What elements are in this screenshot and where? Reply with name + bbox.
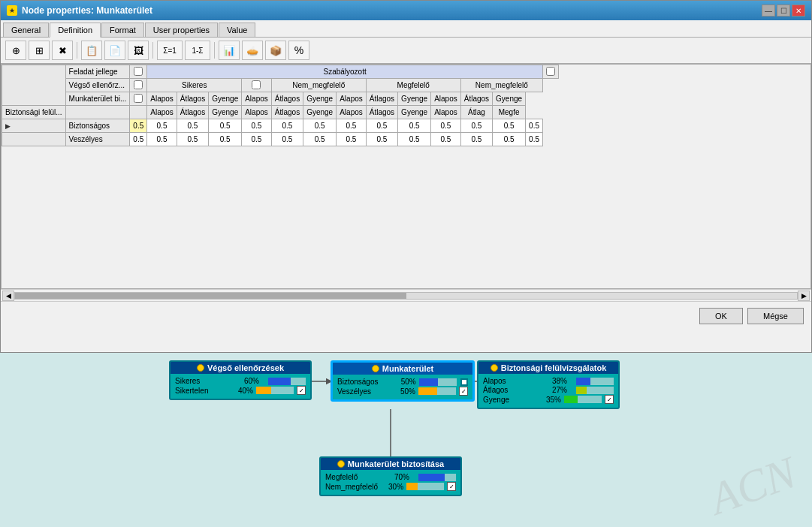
- maximize-button[interactable]: ☐: [777, 5, 790, 17]
- col-megfe-b: Megfe: [493, 106, 526, 119]
- cell-b4[interactable]: 0.5: [242, 119, 272, 133]
- sum1-button[interactable]: Σ=1: [157, 41, 183, 60]
- sep3: [214, 42, 215, 59]
- scroll-left[interactable]: ◀: [2, 291, 14, 301]
- cell-v0[interactable]: 0.5: [130, 133, 147, 146]
- cell-v10[interactable]: 0.5: [431, 133, 461, 146]
- delete-button[interactable]: ✖: [52, 41, 73, 60]
- col-gyenge-b2: Gyenge: [303, 106, 337, 119]
- tab-definition[interactable]: Definition: [50, 23, 101, 38]
- col-megfelelo1: Megfelelő: [366, 79, 460, 92]
- bar-alapos: [576, 378, 590, 385]
- grid-button[interactable]: ⊞: [29, 41, 50, 60]
- bar-sikeres: [268, 378, 291, 385]
- cell-b3[interactable]: 0.5: [209, 119, 242, 133]
- minimize-button[interactable]: —: [762, 5, 775, 17]
- cell-v13[interactable]: 0.5: [526, 133, 543, 146]
- ok-button[interactable]: OK: [699, 308, 743, 324]
- biztonsagi-checkbox[interactable]: ✓: [605, 395, 614, 404]
- diagram-canvas: Végső ellenőrzések Sikeres 60% Sikertele…: [0, 353, 812, 527]
- col-alapos-b2: Alapos: [242, 106, 272, 119]
- cell-v6[interactable]: 0.5: [303, 133, 337, 146]
- cell-b11[interactable]: 0.5: [460, 119, 492, 133]
- col-alapos-b1: Alapos: [147, 106, 177, 119]
- tab-format[interactable]: Format: [101, 23, 144, 37]
- col-gyenge3: Gyenge: [398, 92, 431, 106]
- cell-b1[interactable]: 0.5: [147, 119, 177, 133]
- scroll-right[interactable]: ▶: [798, 291, 810, 301]
- node-biztonsagi-dot: [491, 364, 498, 372]
- col-atlagos4: Átlagos: [460, 92, 492, 106]
- scrollbar-track[interactable]: [14, 292, 798, 300]
- cell-v2[interactable]: 0.5: [177, 133, 208, 146]
- sikeres-check2[interactable]: [252, 80, 261, 89]
- node-munkaterulet-dot: [372, 365, 379, 372]
- cancel-button[interactable]: Mégse: [747, 308, 804, 324]
- node-munkaterulet-row2: Veszélyes 50% ✓: [337, 387, 468, 396]
- window-title: Node properties: Munkaterület: [22, 5, 152, 16]
- cell-b8[interactable]: 0.5: [366, 119, 397, 133]
- cell-v7[interactable]: 0.5: [337, 133, 367, 146]
- cell-b5[interactable]: 0.5: [271, 119, 303, 133]
- scrollbar-thumb[interactable]: [15, 293, 406, 299]
- cell-v4[interactable]: 0.5: [242, 133, 272, 146]
- col-nem-megfelelo1: Nem_megfelelő: [271, 79, 366, 92]
- pie-button[interactable]: 🥧: [242, 41, 263, 60]
- munkaterulet-check[interactable]: [134, 94, 143, 103]
- cell-b10[interactable]: 0.5: [431, 119, 461, 133]
- paste-button[interactable]: 📄: [104, 41, 125, 60]
- image-button[interactable]: 🖼: [128, 41, 149, 60]
- cell-v12[interactable]: 0.5: [493, 133, 526, 146]
- cell-b0[interactable]: 0.5: [130, 119, 147, 133]
- node-vegso-dot: [197, 364, 204, 372]
- vegso-check[interactable]: [134, 80, 143, 89]
- szabalyozott-check[interactable]: [546, 67, 555, 76]
- sep2: [152, 42, 153, 59]
- cell-v5[interactable]: 0.5: [271, 133, 303, 146]
- munkaterulet-checkbox[interactable]: ✓: [459, 387, 468, 396]
- munkaterulet2-checkbox[interactable]: ✓: [447, 482, 456, 491]
- window-controls: — ☐ ✕: [762, 5, 805, 17]
- cell-v11[interactable]: 0.5: [460, 133, 492, 146]
- row-veszélyes-label: Veszélyes: [65, 133, 130, 146]
- vegso-checkbox[interactable]: ✓: [297, 386, 306, 395]
- box-button[interactable]: 📦: [265, 41, 286, 60]
- col-biztonsagi-blank: [65, 106, 130, 119]
- data-table-container[interactable]: Feladat jellege Szabályozott Végső ellen…: [1, 64, 811, 289]
- vegso-label: Végső ellenőrz...: [65, 79, 130, 92]
- add-button[interactable]: ⊕: [5, 41, 26, 60]
- node-munkaterulet2-dot: [337, 460, 345, 468]
- tab-user-properties[interactable]: User properties: [145, 23, 218, 37]
- close-button[interactable]: ✕: [792, 5, 805, 17]
- col-atlag-b1: Átlagos: [177, 106, 208, 119]
- percent-button[interactable]: %: [288, 41, 309, 60]
- feladat-check[interactable]: [134, 67, 143, 76]
- cell-v9[interactable]: 0.5: [398, 133, 431, 146]
- tab-value[interactable]: Value: [219, 23, 255, 37]
- bar-gyenge: [564, 396, 578, 403]
- cell-b9[interactable]: 0.5: [398, 119, 431, 133]
- cell-v1[interactable]: 0.5: [147, 133, 177, 146]
- data-table: Feladat jellege Szabályozott Végső ellen…: [2, 65, 559, 146]
- cell-v3[interactable]: 0.5: [209, 133, 242, 146]
- row-expand[interactable]: ▶: [2, 119, 66, 133]
- col-biztonsagi-label: Biztonsági felül...: [2, 106, 66, 119]
- tab-general[interactable]: General: [3, 23, 49, 37]
- col-atlagos2: Átlagos: [271, 92, 303, 106]
- col-gyenge-b1: Gyenge: [209, 106, 242, 119]
- horizontal-scrollbar[interactable]: ◀ ▶: [1, 289, 811, 301]
- window-icon: ★: [7, 5, 17, 16]
- chart-button[interactable]: 📊: [219, 41, 240, 60]
- copy-button[interactable]: 📋: [81, 41, 102, 60]
- sum2-button[interactable]: 1-Σ: [185, 41, 210, 60]
- cell-b6[interactable]: 0.5: [303, 119, 337, 133]
- cell-v8[interactable]: 0.5: [366, 133, 397, 146]
- node-munkaterulet: Munkaterület Biztonságos 50% Veszélyes 5…: [331, 360, 475, 402]
- row-veszélyes-expand[interactable]: [2, 133, 66, 146]
- col-alapos1: Alapos: [147, 92, 177, 106]
- cell-b2[interactable]: 0.5: [177, 119, 208, 133]
- bar-atlagos: [576, 387, 587, 394]
- cell-b7[interactable]: 0.5: [337, 119, 367, 133]
- cell-b13[interactable]: 0.5: [526, 119, 543, 133]
- cell-b12[interactable]: 0.5: [493, 119, 526, 133]
